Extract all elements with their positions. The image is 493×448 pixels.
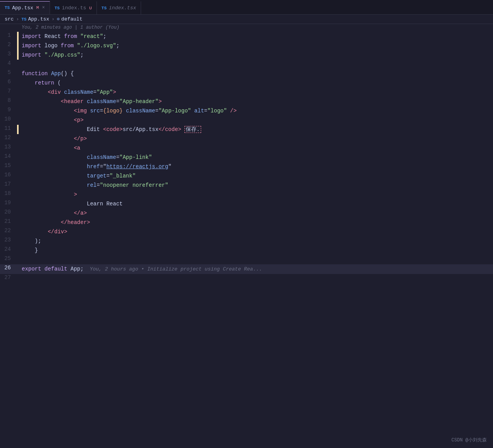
code-token-plain: [84, 98, 87, 105]
tab-app-tsx[interactable]: TSApp.tsxM×: [0, 1, 50, 14]
code-content[interactable]: target="_blank": [22, 171, 493, 181]
code-token-attr: className: [87, 154, 116, 160]
code-content[interactable]: >: [22, 190, 493, 199]
code-content[interactable]: href="https://reactjs.org": [22, 162, 493, 171]
code-token-kw: export: [22, 266, 41, 272]
code-token-plain: =: [93, 89, 97, 95]
line-number: 24: [0, 246, 17, 252]
code-token-plain: [48, 71, 51, 77]
code-content[interactable]: rel="noopener noreferrer": [22, 181, 493, 190]
code-content[interactable]: }: [22, 246, 493, 255]
code-content[interactable]: Learn React: [22, 199, 493, 208]
line-number: 25: [0, 255, 17, 262]
tab-index-tsx[interactable]: TSindex.tsx: [97, 1, 141, 14]
code-content[interactable]: className="App-link": [22, 153, 493, 162]
code-token-attr: className: [87, 98, 116, 105]
code-token-tag: <p>: [74, 117, 83, 123]
code-content[interactable]: [22, 255, 493, 256]
git-indicator: [17, 60, 19, 69]
code-content[interactable]: );: [22, 236, 493, 246]
tab-ts-badge: TS: [55, 6, 60, 10]
code-content[interactable]: return (: [22, 78, 493, 88]
tab-ts-badge: TS: [102, 6, 107, 10]
git-indicator: [17, 246, 19, 255]
tab-index-ts[interactable]: TSindex.tsU: [50, 1, 97, 14]
code-content[interactable]: <p>: [22, 115, 493, 125]
code-content[interactable]: function App() {: [22, 69, 493, 78]
git-indicator: [17, 208, 19, 218]
code-content[interactable]: </p>: [22, 134, 493, 143]
code-token-tag: >: [159, 98, 162, 105]
git-indicator: [17, 97, 19, 106]
code-token-tag: <header: [61, 98, 84, 105]
line-number: 3: [0, 50, 17, 57]
code-token-attr-val: "logo": [207, 108, 227, 114]
code-line: 17 rel="noopener noreferrer": [0, 181, 493, 190]
code-token-plain: [22, 219, 61, 226]
code-token-kw: import: [22, 43, 41, 49]
code-content[interactable]: import "./App.css";: [22, 50, 493, 60]
line-number: 1: [0, 32, 17, 38]
tab-close-button[interactable]: ×: [42, 5, 45, 10]
tab-name: index.ts: [62, 5, 86, 11]
blame-text: You, 2 minutes ago | 1 author (You): [22, 25, 119, 30]
breadcrumb: src › TS App.tsx › ⊙ default: [0, 15, 493, 24]
code-line: 24 }: [0, 246, 493, 255]
line-number: 26: [0, 264, 17, 271]
code-token-attr-val: "App-logo": [159, 108, 191, 114]
line-number: 10: [0, 115, 17, 122]
git-indicator: [17, 227, 19, 236]
code-content[interactable]: [22, 60, 493, 60]
git-indicator: [17, 255, 19, 264]
breadcrumb-icon: ⊙: [57, 16, 60, 22]
line-number: 18: [0, 190, 17, 196]
code-line: 10 <p>: [0, 115, 493, 125]
tab-ts-badge: TS: [5, 5, 10, 10]
line-number: 9: [0, 106, 17, 113]
code-content[interactable]: <div className="App">: [22, 88, 493, 97]
code-token-plain: src/App.tsx: [122, 126, 158, 133]
code-content[interactable]: </a>: [22, 208, 493, 218]
tab-name: App.tsx: [12, 5, 33, 11]
code-line: 6 return (: [0, 78, 493, 88]
code-token-tag: />: [230, 108, 237, 114]
code-token-attr-val: "App-link": [119, 154, 152, 160]
code-token-attr: className: [64, 89, 93, 95]
code-token-plain: ;: [103, 33, 106, 40]
code-token-plain: [22, 154, 87, 160]
git-indicator: [17, 199, 19, 208]
code-token-string: "./App.css": [45, 52, 80, 58]
git-indicator: [17, 190, 19, 199]
git-indicator: [17, 106, 19, 115]
code-token-plain: () {: [61, 71, 74, 77]
line-number: 2: [0, 41, 17, 48]
code-content[interactable]: <img src={logo} className="App-logo" alt…: [22, 106, 493, 115]
line-number: 14: [0, 153, 17, 159]
code-token-tag: >: [74, 191, 77, 198]
code-content[interactable]: </div>: [22, 227, 493, 236]
code-line: 11 Edit <code>src/App.tsx</code> 保存.: [0, 125, 493, 134]
code-content[interactable]: export default App;You, 2 hours ago • In…: [22, 264, 493, 274]
code-line: 23 );: [0, 236, 493, 246]
code-token-plain: React: [41, 33, 64, 40]
git-indicator: [17, 153, 19, 162]
code-content[interactable]: import logo from "./logo.svg";: [22, 41, 493, 50]
code-token-plain: [22, 182, 87, 188]
code-content[interactable]: </header>: [22, 218, 493, 227]
code-token-tag: <div: [48, 89, 61, 95]
code-content[interactable]: import React from "react";: [22, 32, 493, 41]
attr-val-url-wrap: "https://reactjs.org": [103, 164, 171, 170]
code-token-plain: =: [204, 108, 207, 114]
code-content[interactable]: <header className="App-header">: [22, 97, 493, 106]
code-line: 12 </p>: [0, 134, 493, 143]
code-content[interactable]: Edit <code>src/App.tsx</code> 保存.: [22, 125, 493, 134]
git-indicator: [17, 236, 19, 246]
code-content[interactable]: <a: [22, 143, 493, 153]
tab-name: index.tsx: [109, 5, 136, 11]
git-indicator: [17, 88, 19, 97]
code-content[interactable]: [22, 274, 493, 275]
code-token-plain: [22, 89, 48, 95]
editor[interactable]: 1import React from "react";2import logo …: [0, 32, 493, 283]
watermark: CSDN @小刘先森: [452, 437, 487, 443]
code-line: 20 </a>: [0, 208, 493, 218]
